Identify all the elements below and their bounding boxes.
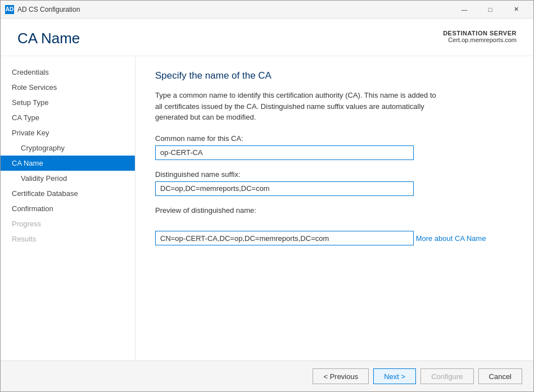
preview-label: Preview of distinguished name: bbox=[155, 206, 514, 215]
next-button[interactable]: Next > bbox=[373, 368, 416, 384]
close-button[interactable]: ✕ bbox=[503, 1, 529, 19]
header: CA Name DESTINATION SERVER Cert.op.memre… bbox=[1, 19, 533, 56]
dest-server-name: Cert.op.memreports.com bbox=[443, 37, 517, 43]
titlebar-title: AD CS Configuration bbox=[17, 6, 451, 13]
cancel-button[interactable]: Cancel bbox=[478, 368, 522, 384]
sidebar-item-progress: Progress bbox=[1, 216, 135, 231]
main-content: Specify the name of the CA Type a common… bbox=[135, 56, 533, 361]
common-name-input[interactable] bbox=[155, 145, 414, 160]
content-area: Credentials Role Services Setup Type CA … bbox=[1, 56, 533, 361]
maximize-button[interactable]: □ bbox=[477, 1, 503, 19]
sidebar-item-role-services[interactable]: Role Services bbox=[1, 80, 135, 95]
preview-input[interactable] bbox=[155, 231, 414, 245]
sidebar-item-confirmation[interactable]: Confirmation bbox=[1, 201, 135, 216]
main-window: AD AD CS Configuration — □ ✕ CA Name DES… bbox=[0, 0, 534, 392]
configure-button: Configure bbox=[420, 368, 473, 384]
section-title: Specify the name of the CA bbox=[155, 70, 514, 81]
more-about-ca-name-link[interactable]: More about CA Name bbox=[416, 234, 486, 243]
sidebar-item-credentials[interactable]: Credentials bbox=[1, 65, 135, 80]
sidebar: Credentials Role Services Setup Type CA … bbox=[1, 56, 135, 361]
previous-button[interactable]: < Previous bbox=[313, 368, 369, 384]
sidebar-item-setup-type[interactable]: Setup Type bbox=[1, 95, 135, 110]
sidebar-item-validity-period[interactable]: Validity Period bbox=[1, 171, 135, 186]
destination-server-info: DESTINATION SERVER Cert.op.memreports.co… bbox=[443, 30, 517, 43]
minimize-button[interactable]: — bbox=[451, 1, 477, 19]
sidebar-item-ca-type[interactable]: CA Type bbox=[1, 110, 135, 125]
titlebar-buttons: — □ ✕ bbox=[451, 1, 529, 19]
dest-server-label: DESTINATION SERVER bbox=[443, 30, 517, 37]
sidebar-item-results: Results bbox=[1, 231, 135, 247]
app-icon: AD bbox=[5, 5, 14, 14]
dn-suffix-input[interactable] bbox=[155, 181, 414, 196]
page-title: CA Name bbox=[17, 30, 80, 47]
sidebar-item-cryptography[interactable]: Cryptography bbox=[1, 140, 135, 156]
dn-suffix-label: Distinguished name suffix: bbox=[155, 170, 514, 179]
sidebar-item-certificate-database[interactable]: Certificate Database bbox=[1, 186, 135, 201]
common-name-label: Common name for this CA: bbox=[155, 134, 514, 143]
footer: < Previous Next > Configure Cancel bbox=[1, 361, 533, 391]
titlebar: AD AD CS Configuration — □ ✕ bbox=[1, 1, 533, 19]
description-text: Type a common name to identify this cert… bbox=[155, 90, 436, 123]
sidebar-item-private-key[interactable]: Private Key bbox=[1, 125, 135, 140]
sidebar-item-ca-name[interactable]: CA Name bbox=[1, 156, 135, 171]
